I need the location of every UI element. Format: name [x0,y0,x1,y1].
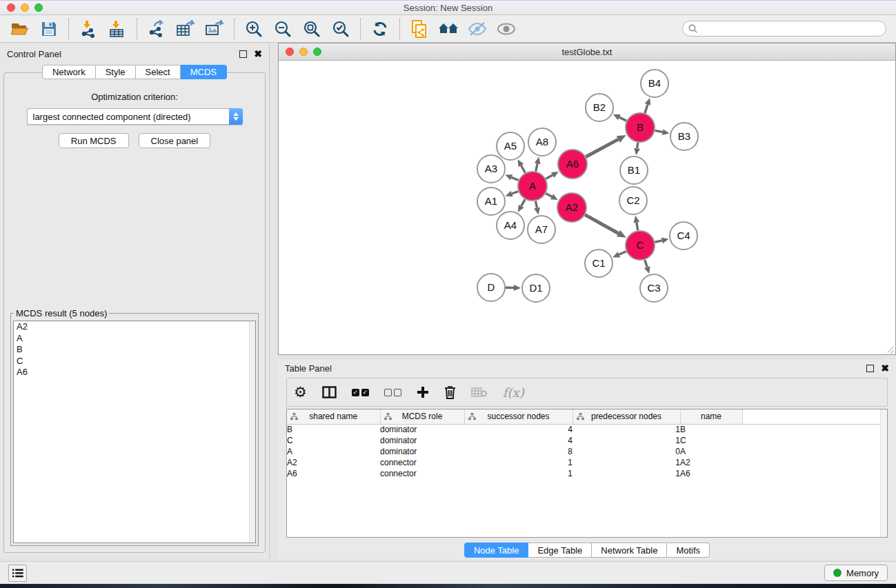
column-header-predecessor-nodes[interactable]: predecessor nodes [573,409,680,424]
graph-edge-A-A2[interactable] [546,194,552,197]
tab-motifs[interactable]: Motifs [667,543,710,558]
graph-edge-A-A3[interactable] [512,177,519,180]
graph-node-A[interactable]: A [518,172,547,201]
graph-node-A8[interactable]: A8 [528,128,556,156]
result-scrollbar[interactable] [249,321,255,543]
column-header-shared-name[interactable]: shared name [287,409,380,424]
close-table-panel-icon[interactable]: ✖ [881,365,889,372]
graph-edge-C-C1[interactable] [619,252,626,255]
graph-edge-A-A4[interactable] [521,199,526,206]
graph-edge-A2-C[interactable] [585,215,618,234]
function-builder-icon[interactable]: f(x) [503,385,524,400]
graph-node-C3[interactable]: C3 [640,274,668,302]
table-scrollbar[interactable] [880,409,887,537]
graph-node-A3[interactable]: A3 [477,155,505,183]
run-mcds-button[interactable]: Run MCDS [59,133,129,148]
refresh-icon[interactable] [366,18,395,40]
graph-node-B4[interactable]: B4 [641,70,668,97]
delete-trash-icon[interactable] [444,385,456,399]
graph-node-C1[interactable]: C1 [585,250,613,277]
window-resize-grip[interactable] [886,345,895,354]
result-list-item[interactable]: B [14,344,255,356]
graph-node-B1[interactable]: B1 [620,156,648,184]
graph-edge-B-B2[interactable] [619,117,627,121]
graph-edge-B-B3[interactable] [655,130,663,132]
column-header-successor-nodes[interactable]: successor nodes [464,409,573,424]
import-network-icon[interactable] [74,18,103,40]
table-settings-gear-icon[interactable]: ⚙ [294,385,307,399]
graph-edge-A-A6[interactable] [546,175,552,179]
graph-node-A2[interactable]: A2 [557,193,586,222]
tab-edge-table[interactable]: Edge Table [528,543,592,558]
result-list-item[interactable]: A2 [14,321,255,333]
table-row[interactable]: A2connector11A2 [287,457,887,468]
tab-network-table[interactable]: Network Table [592,543,667,558]
open-session-icon[interactable] [6,18,34,40]
float-panel-icon[interactable] [239,50,247,58]
column-header-name[interactable]: name [680,409,742,424]
graph-edge-C-C2[interactable] [637,223,638,231]
first-neighbors-icon[interactable] [434,18,463,40]
show-columns-icon[interactable] [322,386,337,398]
graph-node-D[interactable]: D [477,274,505,301]
deselect-all-icon[interactable] [384,389,401,396]
optimization-dropdown[interactable]: largest connected component (directed) [27,108,243,125]
zoom-in-icon[interactable] [239,18,268,40]
result-list-item[interactable]: A [14,333,255,345]
zoom-out-icon[interactable] [268,18,297,40]
graph-node-C2[interactable]: C2 [619,187,647,214]
duplicate-network-icon[interactable] [405,18,434,40]
select-all-icon[interactable]: ✓ ✓ [352,389,369,396]
table-row[interactable]: Cdominator41C [287,435,887,446]
float-table-panel-icon[interactable] [866,365,874,372]
network-graph[interactable]: B4B2BB3A5A8A6A3B1AA1C2A2A4A7C4CC1C3DD1 [279,61,895,354]
tab-select[interactable]: Select [136,65,181,79]
table-row[interactable]: Bdominator41B [287,424,887,435]
graph-edge-A-A8[interactable] [536,163,537,171]
task-history-button[interactable] [8,565,27,582]
import-table-icon[interactable] [103,18,132,40]
graph-node-A7[interactable]: A7 [528,216,555,243]
zoom-fit-icon[interactable] [297,18,326,40]
tab-mcds[interactable]: MCDS [181,65,227,79]
search-input-box[interactable] [682,21,886,37]
search-input[interactable] [698,24,886,34]
close-panel-button[interactable]: Close panel [139,133,211,148]
export-network-icon[interactable] [142,18,171,40]
graph-node-B3[interactable]: B3 [670,123,698,150]
graph-node-A6[interactable]: A6 [558,150,587,179]
graph-node-D1[interactable]: D1 [522,274,550,302]
export-table-icon[interactable] [171,18,200,40]
delete-table-icon[interactable] [471,387,488,398]
show-all-icon[interactable] [492,18,521,40]
graph-edge-C-C3[interactable] [645,260,647,267]
graph-edge-A6-B[interactable] [586,139,618,156]
result-list-item[interactable]: A6 [14,367,255,378]
tab-node-table[interactable]: Node Table [464,543,529,558]
graph-node-B[interactable]: B [626,113,655,142]
tab-network[interactable]: Network [42,65,96,79]
graph-edge-C-C4[interactable] [655,241,661,242]
graph-node-C[interactable]: C [626,231,655,260]
graph-node-C4[interactable]: C4 [670,222,697,250]
graph-edge-A-A1[interactable] [512,192,518,194]
add-column-plus-icon[interactable] [417,386,429,398]
column-header-mcds-role[interactable]: MCDS role [380,409,464,424]
graph-edge-A-A7[interactable] [535,201,537,208]
table-row[interactable]: Adominator80A [287,446,887,457]
graph-node-A5[interactable]: A5 [497,132,524,160]
graph-edge-B-B4[interactable] [645,104,648,113]
save-session-icon[interactable] [34,18,63,40]
table-row[interactable]: A6connector11A6 [287,468,887,479]
close-panel-icon[interactable]: ✖ [254,50,262,58]
graph-node-B2[interactable]: B2 [586,94,613,121]
export-image-icon[interactable] [200,18,229,40]
result-list-item[interactable]: C [14,356,255,367]
network-canvas[interactable]: B4B2BB3A5A8A6A3B1AA1C2A2A4A7C4CC1C3DD1 [279,61,895,354]
graph-edge-B-B1[interactable] [637,143,638,149]
memory-button[interactable]: Memory [824,565,888,581]
graph-node-A1[interactable]: A1 [477,187,505,215]
tab-style[interactable]: Style [96,65,136,79]
graph-node-A4[interactable]: A4 [497,212,524,239]
graph-edge-A-A5[interactable] [521,165,525,173]
